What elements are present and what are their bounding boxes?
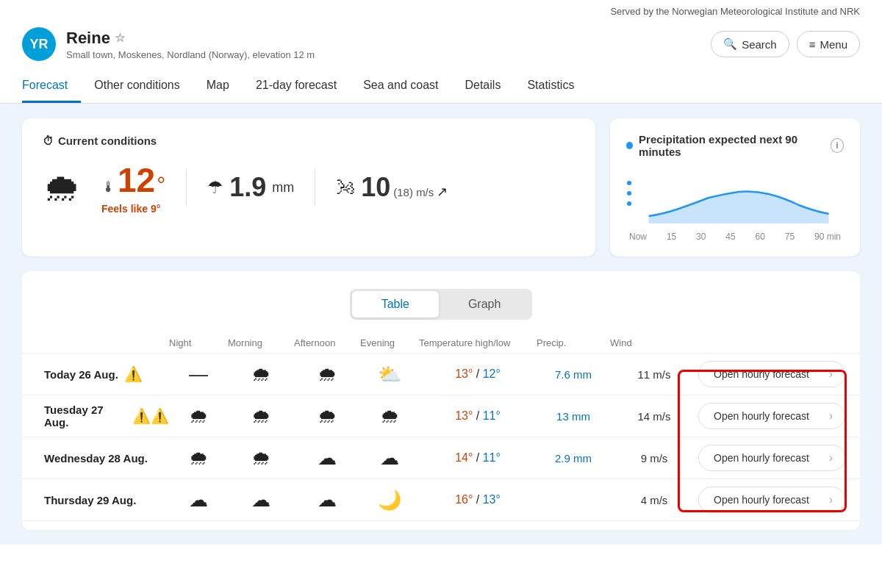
temp-high-low: 13° / 12° (419, 368, 537, 381)
table-row: Tuesday 27 Aug. ⚠️⚠️ 🌧 🌧 🌧 🌧 13° / 11° 1… (22, 395, 860, 437)
col-night: Night (169, 337, 228, 348)
feels-like-val: 9° (151, 203, 160, 215)
warning-icon: ⚠️⚠️ (132, 407, 169, 425)
nav-other-conditions[interactable]: Other conditions (81, 70, 193, 103)
separator-1 (186, 169, 187, 206)
temp-high-low: 13° / 11° (419, 409, 537, 423)
precip-value: 1.9 (229, 172, 266, 203)
chevron-right-icon: › (829, 409, 833, 423)
col-morning: Morning (228, 337, 294, 348)
menu-button[interactable]: ≡ Menu (797, 31, 860, 57)
header-actions: 🔍 Search ≡ Menu (711, 31, 860, 57)
open-hourly-forecast-button[interactable]: Open hourly forecast › (698, 487, 845, 513)
feels-like: Feels like 9° (101, 203, 165, 215)
search-icon: 🔍 (723, 37, 737, 51)
conditions-row: ⏱ Current conditions 🌧 🌡 12 ° Feels like… (22, 118, 860, 257)
precip-chart-card: Precipitation expected next 90 minutes i… (610, 118, 860, 257)
toggle-group: Table Graph (350, 289, 533, 320)
open-forecast-cell: Open hourly forecast › (698, 403, 845, 429)
svg-point-1 (627, 191, 631, 196)
favorite-icon[interactable]: ☆ (115, 31, 125, 45)
location-info: Reine ☆ Small town, Moskenes, Nordland (… (66, 29, 315, 60)
wind-speed: 11 m/s (610, 368, 698, 381)
menu-icon: ≡ (809, 38, 816, 51)
wind-speed: 4 m/s (610, 494, 698, 506)
view-toggle: Table Graph (22, 289, 860, 320)
header-left: YR Reine ☆ Small town, Moskenes, Nordlan… (22, 27, 315, 61)
open-forecast-cell: Open hourly forecast › (698, 361, 845, 387)
location-subtitle: Small town, Moskenes, Nordland (Norway),… (66, 49, 315, 60)
precip-chart-svg (626, 168, 844, 227)
current-conditions-title: ⏱ Current conditions (43, 135, 575, 147)
morning-icon: 🌧 (228, 447, 294, 470)
wind-section: 🌬 10 (18) m/s ↗ (336, 172, 448, 203)
open-hourly-forecast-button[interactable]: Open hourly forecast › (698, 445, 845, 471)
search-label: Search (742, 38, 777, 51)
wind-value: 10 (361, 172, 390, 203)
table-row: Wednesday 28 Aug. 🌧 🌧 ☁ ☁ 14° / 11° 2.9 … (22, 437, 860, 479)
col-evening: Evening (360, 337, 419, 348)
current-card-body: 🌧 🌡 12 ° Feels like 9° ☂ 1.9 (43, 160, 575, 215)
location-name: Reine (66, 29, 110, 48)
nav-map[interactable]: Map (193, 70, 243, 103)
yr-logo: YR (22, 27, 56, 61)
svg-point-0 (627, 181, 631, 185)
graph-toggle[interactable]: Graph (439, 291, 530, 318)
wind-arrow-icon: ↗ (437, 184, 448, 200)
header: YR Reine ☆ Small town, Moskenes, Nordlan… (0, 20, 882, 70)
svg-point-2 (627, 201, 631, 206)
evening-icon: ⛅ (360, 363, 419, 386)
col-temp: Temperature high/low (419, 337, 537, 348)
chart-area (626, 168, 844, 227)
top-bar: Served by the Norwegian Meteorological I… (0, 0, 882, 20)
col-precip: Precip. (537, 337, 610, 348)
search-button[interactable]: 🔍 Search (711, 31, 789, 57)
open-forecast-cell: Open hourly forecast › (698, 487, 845, 513)
served-by-text: Served by the Norwegian Meteorological I… (610, 6, 860, 17)
morning-icon: 🌧 (228, 363, 294, 386)
nav-sea-coast[interactable]: Sea and coast (350, 70, 451, 103)
temp-high-low: 14° / 11° (419, 451, 537, 465)
weather-icon-large: 🌧 (43, 165, 81, 209)
evening-icon: ☁ (360, 447, 419, 470)
temp-value: 12 (118, 160, 155, 200)
warning-icon: ⚠️ (124, 365, 143, 383)
temp-high-low: 16° / 13° (419, 493, 537, 506)
morning-icon: ☁ (228, 489, 294, 512)
night-icon: 🌧 (169, 405, 228, 428)
open-hourly-forecast-button[interactable]: Open hourly forecast › (698, 361, 845, 387)
nav-details[interactable]: Details (451, 70, 514, 103)
chevron-right-icon: › (829, 368, 833, 381)
nav-21day[interactable]: 21-day forecast (243, 70, 350, 103)
wind-icon: 🌬 (336, 176, 355, 199)
chevron-right-icon: › (829, 493, 833, 506)
open-hourly-forecast-button[interactable]: Open hourly forecast › (698, 403, 845, 429)
info-icon[interactable]: i (831, 138, 844, 153)
afternoon-icon: ☁ (294, 489, 360, 512)
afternoon-icon: 🌧 (294, 405, 360, 428)
precip-amount: 13 mm (537, 410, 610, 423)
day-label: Today 26 Aug. ⚠️ (44, 365, 169, 383)
morning-icon: 🌧 (228, 405, 294, 428)
table-toggle[interactable]: Table (352, 291, 439, 318)
night-icon: ☁ (169, 489, 228, 512)
evening-icon: 🌧 (360, 405, 419, 428)
precip-chart-title: Precipitation expected next 90 minutes i (626, 133, 844, 158)
menu-label: Menu (820, 38, 847, 51)
precip-unit: mm (272, 180, 294, 196)
col-afternoon: Afternoon (294, 337, 360, 348)
nav-forecast[interactable]: Forecast (22, 70, 81, 103)
chevron-right-icon: › (829, 451, 833, 465)
wind-gust-info: (18) m/s (393, 186, 434, 198)
nav-statistics[interactable]: Statistics (514, 70, 587, 103)
nav-bar: Forecast Other conditions Map 21-day for… (0, 70, 882, 104)
location-name-row: Reine ☆ (66, 29, 315, 48)
clock-icon: ⏱ (43, 135, 54, 147)
umbrella-icon: ☂ (207, 177, 223, 198)
current-conditions-card: ⏱ Current conditions 🌧 🌡 12 ° Feels like… (22, 118, 595, 257)
table-row: Thursday 29 Aug. ☁ ☁ ☁ 🌙 16° / 13° 4 m/s… (22, 479, 860, 521)
day-label: Wednesday 28 Aug. (44, 452, 169, 465)
precip-section: ☂ 1.9 mm (207, 172, 294, 203)
table-header: Night Morning Afternoon Evening Temperat… (22, 333, 860, 354)
table-row: Today 26 Aug. ⚠️ — 🌧 🌧 ⛅ 13° / 12° 7.6 m… (22, 354, 860, 395)
